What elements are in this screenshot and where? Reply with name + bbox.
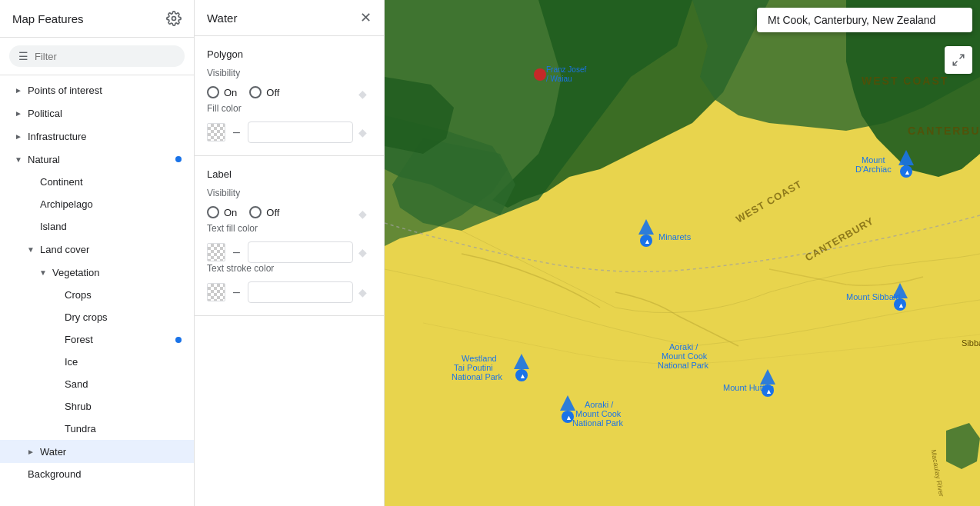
- tree-item-points-of-interest[interactable]: ►Points of interest: [0, 78, 194, 102]
- diamond-button[interactable]: ◆: [353, 123, 372, 141]
- svg-text:National Park: National Park: [572, 418, 624, 428]
- tree-item-crops[interactable]: Crops: [0, 284, 194, 306]
- filter-bar: ☰: [0, 38, 194, 75]
- svg-point-0: [172, 17, 176, 21]
- diamond-button[interactable]: ◆: [353, 283, 372, 301]
- radio-row: OnOff: [207, 86, 279, 98]
- svg-text:Minarets: Minarets: [658, 232, 692, 241]
- color-dash: –: [230, 245, 243, 259]
- tree-item-background[interactable]: Background: [0, 463, 194, 485]
- search-bar[interactable]: Mt Cook, Canterbury, New Zealand: [757, 8, 972, 32]
- tree-item-infrastructure[interactable]: ►Infrastructure: [0, 125, 194, 148]
- radio-option-on[interactable]: On: [207, 86, 237, 98]
- color-text-box: [248, 122, 353, 143]
- color-text-box: [248, 281, 353, 303]
- tree-item-label: Crops: [65, 289, 92, 301]
- svg-text:▲: ▲: [565, 414, 572, 421]
- mid-title: Water: [207, 12, 237, 25]
- radio-option-off[interactable]: Off: [249, 86, 279, 98]
- tree-item-label: Background: [28, 468, 81, 480]
- tree-item-dry-crops[interactable]: Dry crops: [0, 306, 194, 328]
- color-checker: [207, 243, 225, 261]
- radio-label: Off: [266, 87, 279, 98]
- gear-icon[interactable]: [166, 11, 182, 26]
- radio-option-on[interactable]: On: [207, 206, 237, 218]
- radio-circle: [207, 206, 219, 218]
- tree-item-label: Water: [40, 446, 66, 458]
- tree-item-label: Points of interest: [28, 85, 102, 96]
- chevron-icon: ►: [12, 107, 25, 119]
- tree-item-water[interactable]: ►Water: [0, 440, 194, 463]
- close-button[interactable]: ✕: [360, 11, 372, 25]
- tree-item-natural[interactable]: ▼Natural: [0, 148, 194, 171]
- svg-text:▲: ▲: [898, 301, 905, 309]
- svg-text:Mount Sibbald: Mount Sibbald: [846, 292, 900, 301]
- tree-item-land-cover[interactable]: ▼Land cover: [0, 238, 194, 261]
- color-swatch-wrap[interactable]: –: [207, 122, 353, 143]
- mid-header: Water ✕: [195, 0, 384, 36]
- chevron-icon: ►: [12, 130, 25, 142]
- color-row-polygon-fill-color: –◆: [207, 122, 372, 143]
- tree-item-label: Shrub: [65, 401, 92, 412]
- left-panel: Map Features ☰ ►Points of interest►Polit…: [0, 0, 195, 506]
- tree-item-label: Tundra: [65, 423, 96, 434]
- color-swatch-wrap[interactable]: –: [207, 241, 353, 263]
- svg-text:CANTERBURY: CANTERBURY: [908, 125, 980, 137]
- svg-text:Westland: Westland: [462, 354, 497, 363]
- svg-text:National Park: National Park: [658, 361, 709, 370]
- chevron-icon: ▼: [25, 243, 37, 255]
- tree-item-archipelago[interactable]: Archipelago: [0, 193, 194, 215]
- color-checker: [207, 283, 225, 301]
- tree-item-label: Island: [40, 221, 67, 232]
- color-text-box: [248, 241, 353, 263]
- tree-item-political[interactable]: ►Political: [0, 102, 194, 125]
- color-checker: [207, 123, 225, 141]
- chevron-icon: ▼: [37, 266, 49, 278]
- color-dash: –: [230, 285, 243, 299]
- chevron-icon: ▼: [12, 153, 25, 165]
- chevron-icon: ►: [25, 445, 37, 458]
- section-label: LabelVisibilityOnOff◆Text fill color–◆Te…: [195, 156, 384, 316]
- panel-header: Map Features: [0, 0, 194, 38]
- tree-item-tundra[interactable]: Tundra: [0, 418, 194, 440]
- tree-item-label: Dry crops: [65, 311, 108, 323]
- svg-text:▲: ▲: [519, 372, 526, 380]
- field-label-polygon-visibility: Visibility: [207, 68, 372, 78]
- tree-item-shrub[interactable]: Shrub: [0, 395, 194, 418]
- tree-item-sand[interactable]: Sand: [0, 373, 194, 395]
- svg-text:Aoraki /: Aoraki /: [585, 400, 614, 409]
- field-label-polygon-fill-color: Fill color: [207, 103, 372, 114]
- tree-item-label: Natural: [28, 154, 60, 165]
- svg-text:Mount: Mount: [862, 155, 885, 165]
- section-name: Polygon: [207, 48, 372, 60]
- svg-text:Tai Poutini: Tai Poutini: [454, 363, 493, 372]
- expand-button[interactable]: [945, 46, 972, 74]
- diamond-button[interactable]: ◆: [353, 85, 372, 103]
- map-area: WEST COAST CANTERBURY WEST COAST CANTERB…: [385, 0, 980, 506]
- filter-input[interactable]: [35, 51, 175, 62]
- radio-label: On: [224, 87, 237, 98]
- tree-item-label: Infrastructure: [28, 131, 87, 142]
- search-value: Mt Cook, Canterbury, New Zealand: [768, 14, 935, 26]
- diamond-button[interactable]: ◆: [353, 243, 372, 261]
- svg-text:/ Waiau: / Waiau: [546, 75, 572, 83]
- svg-text:▲: ▲: [904, 168, 911, 176]
- tree-item-label: Continent: [40, 176, 83, 188]
- visibility-row-polygon-visibility: OnOff◆: [207, 85, 372, 103]
- tree-item-vegetation[interactable]: ▼Vegetation: [0, 261, 194, 284]
- color-row-label-text-stroke-color: –◆: [207, 281, 372, 303]
- tree-item-label: Vegetation: [52, 267, 99, 278]
- radio-option-off[interactable]: Off: [249, 206, 279, 218]
- chevron-icon: ►: [12, 84, 25, 96]
- tree-item-island[interactable]: Island: [0, 215, 194, 238]
- tree-item-ice[interactable]: Ice: [0, 351, 194, 373]
- color-swatch-wrap[interactable]: –: [207, 281, 353, 303]
- radio-label: On: [224, 207, 237, 218]
- radio-circle: [249, 86, 262, 98]
- tree-item-forest[interactable]: Forest: [0, 328, 194, 351]
- visibility-row-label-visibility: OnOff◆: [207, 205, 372, 223]
- tree-list: ►Points of interest►Political►Infrastruc…: [0, 75, 194, 506]
- tree-item-continent[interactable]: Continent: [0, 171, 194, 193]
- diamond-button[interactable]: ◆: [353, 205, 372, 223]
- section-polygon: PolygonVisibilityOnOff◆Fill color–◆: [195, 36, 384, 156]
